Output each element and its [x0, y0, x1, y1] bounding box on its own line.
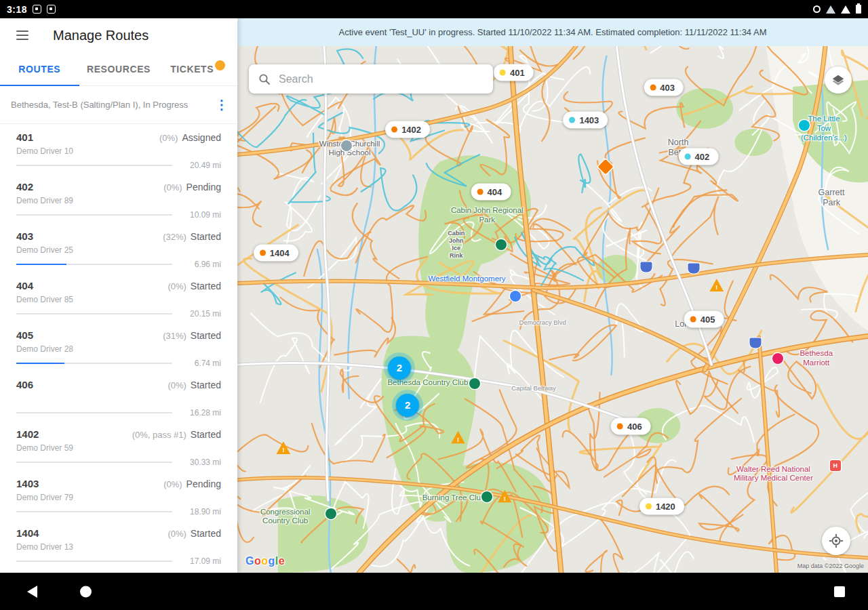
route-id: 404 — [16, 280, 33, 291]
marker-dot-icon — [690, 317, 696, 323]
map-place-label: Bethesda Country Club — [387, 378, 468, 388]
route-list: 401 (0%)Assigned Demo Driver 10 20.49 mi… — [0, 124, 237, 573]
map-base-layer — [237, 46, 868, 573]
route-map-marker[interactable]: 402 — [678, 148, 718, 165]
route-percent: (0%) — [167, 529, 186, 539]
tab-badge-icon — [215, 60, 225, 70]
marker-label: 404 — [488, 187, 502, 197]
poi-marker-icon[interactable] — [481, 491, 492, 502]
battery-icon — [856, 5, 861, 14]
route-map-marker[interactable]: 1402 — [385, 121, 430, 138]
route-map-marker[interactable]: 405 — [684, 311, 724, 328]
layers-icon — [831, 73, 846, 87]
back-button[interactable] — [27, 586, 37, 598]
route-row[interactable]: 1404 (0%)Started Demo Driver 13 17.09 mi — [0, 520, 237, 569]
route-row[interactable]: 405 (31%)Started Demo Driver 28 6.74 mi — [0, 322, 237, 371]
page-title: Manage Routes — [53, 28, 149, 43]
marker-dot-icon — [391, 126, 397, 132]
marker-dot-icon — [260, 250, 266, 256]
poi-marker-icon[interactable] — [496, 239, 507, 250]
marker-label: 406 — [627, 421, 642, 431]
tab-routes[interactable]: ROUTES — [0, 52, 79, 85]
route-map-marker[interactable]: 403 — [644, 79, 684, 96]
cluster-marker[interactable]: 2 — [388, 357, 411, 380]
search-input[interactable] — [279, 73, 484, 85]
route-status: Started — [191, 528, 221, 539]
tab-tickets[interactable]: TICKETS — [158, 52, 237, 85]
screenshot-notification-icon — [33, 5, 41, 14]
more-options-icon[interactable]: ⋮ — [210, 98, 233, 111]
route-distance: 20.49 mi — [183, 161, 221, 170]
event-banner-text: Active event 'Test_UU' in progress. Star… — [338, 27, 766, 37]
route-percent: (0%, pass #1) — [132, 430, 186, 440]
route-map-marker[interactable]: 404 — [471, 184, 511, 201]
route-id: 405 — [16, 329, 33, 341]
marker-label: 1402 — [401, 124, 421, 134]
route-progress-track — [16, 462, 172, 463]
map-place-label: Cabin John Regional Park — [446, 206, 528, 225]
route-map-marker[interactable]: 401 — [494, 64, 534, 81]
tab-bar: ROUTES RESOURCES TICKETS — [0, 52, 237, 86]
route-percent: (0%) — [163, 182, 182, 192]
map-place-label: Westfield Montgomery — [428, 274, 505, 284]
poi-marker-icon[interactable]: H — [830, 460, 841, 471]
route-progress-track — [16, 412, 172, 413]
route-status: Assigned — [182, 132, 221, 143]
route-row[interactable]: 402 (0%)Pending Demo Driver 89 10.09 mi — [0, 174, 237, 223]
route-row[interactable]: 1402 (0%, pass #1)Started Demo Driver 59… — [0, 421, 237, 470]
route-row[interactable]: 404 (0%)Started Demo Driver 85 20.15 mi — [0, 272, 237, 322]
highway-shield-icon — [640, 262, 652, 272]
route-driver: Demo Driver 13 — [16, 542, 221, 552]
home-button[interactable] — [80, 586, 92, 597]
poi-marker-icon[interactable] — [469, 378, 480, 389]
poi-marker-icon[interactable] — [341, 140, 352, 151]
route-percent: (0%) — [167, 281, 186, 291]
marker-label: 1420 — [656, 502, 675, 512]
highway-shield-icon — [749, 338, 761, 348]
map-place-label: Walter Reed National Military Medical Ce… — [734, 465, 813, 484]
marker-dot-icon — [569, 117, 575, 123]
route-row[interactable]: 401 (0%)Assigned Demo Driver 10 20.49 mi — [0, 124, 237, 174]
route-status: Started — [191, 281, 221, 291]
tab-label: ROUTES — [18, 64, 60, 75]
poi-marker-icon[interactable] — [772, 353, 783, 364]
route-progress-track — [16, 165, 172, 166]
route-map-marker[interactable]: 1420 — [639, 498, 684, 515]
poi-marker-icon[interactable] — [326, 508, 336, 519]
route-row[interactable]: 406 (0%)Started 16.28 mi — [0, 371, 237, 421]
route-map-marker[interactable]: 1403 — [563, 111, 608, 128]
cluster-marker[interactable]: 2 — [396, 394, 419, 417]
map-panel: Active event 'Test_UU' in progress. Star… — [237, 18, 868, 573]
plan-label: Bethesda, Test-B (Salting/Plan I), In Pr… — [11, 100, 210, 110]
route-progress-track — [16, 264, 172, 265]
google-logo[interactable]: Google — [245, 555, 285, 567]
route-id: 403 — [16, 230, 33, 242]
route-id: 406 — [16, 379, 33, 390]
route-status: Started — [191, 231, 221, 242]
app-screen: 3:18 Manage Routes ROUTES RESOURCES TICK… — [0, 0, 868, 610]
cell-signal-icon — [841, 5, 850, 14]
route-id: 1403 — [16, 478, 39, 489]
map-canvas[interactable]: Google Map data ©2022 Google Winston Chu… — [237, 46, 868, 573]
route-status: Started — [191, 429, 221, 440]
screenshot-notification-icon — [47, 5, 56, 14]
route-driver: Demo Driver 89 — [16, 196, 221, 205]
route-row[interactable]: 1403 (0%)Pending Demo Driver 79 18.90 mi — [0, 470, 237, 520]
poi-marker-icon[interactable] — [510, 291, 521, 302]
marker-dot-icon — [684, 154, 690, 160]
sidebar: Manage Routes ROUTES RESOURCES TICKETS B… — [0, 18, 237, 573]
menu-icon[interactable] — [16, 30, 28, 40]
map-layers-button[interactable] — [825, 66, 852, 94]
route-map-marker[interactable]: 1404 — [254, 245, 298, 262]
map-search-bar[interactable] — [249, 64, 493, 94]
route-map-marker[interactable]: 406 — [611, 418, 651, 434]
status-bar-right — [813, 5, 861, 14]
route-distance: 6.74 mi — [183, 359, 221, 368]
plan-header-row[interactable]: Bethesda, Test-B (Salting/Plan I), In Pr… — [0, 86, 237, 124]
recents-button[interactable] — [834, 586, 845, 597]
route-driver: Demo Driver 28 — [16, 344, 221, 354]
tab-resources[interactable]: RESOURCES — [79, 52, 159, 85]
poi-marker-icon[interactable] — [799, 120, 810, 131]
route-row[interactable]: 403 (32%)Started Demo Driver 25 6.96 mi — [0, 223, 237, 272]
my-location-button[interactable] — [822, 527, 850, 555]
